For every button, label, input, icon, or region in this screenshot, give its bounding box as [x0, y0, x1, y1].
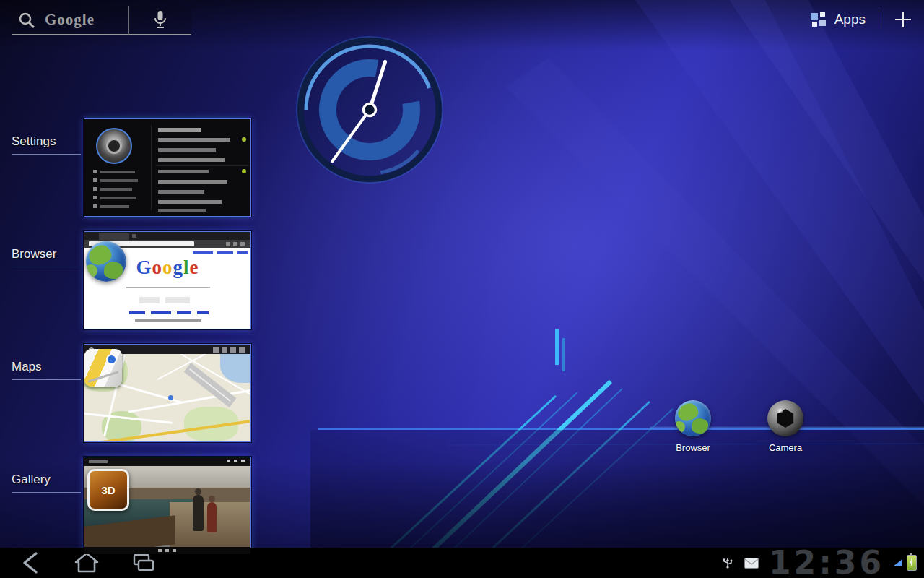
apps-button[interactable]: Apps [810, 11, 866, 28]
apps-grid-icon [810, 11, 827, 28]
google-search-widget: Google [12, 6, 191, 35]
charging-bolt-icon [910, 558, 914, 567]
battery-icon [907, 555, 917, 571]
add-widget-button[interactable] [892, 10, 914, 29]
topbar-right-cluster: Apps [810, 7, 914, 32]
browser-icon [675, 400, 711, 436]
google-logo: Google [45, 11, 95, 29]
gallery-icon-badge: 3D [101, 484, 115, 496]
recent-thumb-maps[interactable] [84, 344, 251, 442]
search-box[interactable]: Google [12, 6, 128, 35]
gallery-bottom-bar [84, 547, 250, 554]
recent-label-settings: Settings [12, 134, 81, 155]
gallery-toolbar [84, 457, 250, 466]
photo-person [193, 495, 204, 531]
signal-icon [893, 559, 902, 566]
usb-debug-icon [721, 556, 734, 569]
honeycomb-home-screen: Google Apps [0, 0, 924, 578]
plus-icon [894, 10, 912, 29]
shortcut-browser-label: Browser [664, 442, 722, 453]
apps-button-label: Apps [834, 12, 866, 27]
clock-center [364, 104, 376, 116]
topbar-divider [879, 10, 879, 29]
shortcut-camera-label: Camera [757, 442, 814, 453]
recent-thumb-settings[interactable] [84, 118, 251, 217]
photo-person [207, 502, 217, 532]
recent-label-maps: Maps [12, 360, 81, 380]
search-icon [17, 11, 36, 30]
back-icon [16, 550, 48, 576]
recent-thumb-gallery[interactable]: 3D [84, 457, 251, 555]
recent-label-gallery: Gallery [12, 473, 81, 493]
browser-app-icon [86, 241, 126, 282]
gallery-app-icon: 3D [87, 469, 129, 511]
wallpaper-floor-shade [310, 430, 924, 548]
browser-tab-bar [84, 232, 250, 240]
microphone-icon [154, 10, 167, 30]
settings-speaker-graphic [96, 128, 132, 164]
back-button[interactable] [16, 550, 48, 576]
shortcut-camera[interactable]: Camera [757, 400, 814, 453]
analog-clock-widget[interactable] [294, 34, 445, 186]
recent-thumb-browser[interactable]: Google [84, 231, 251, 329]
shortcut-browser[interactable]: Browser [664, 400, 722, 453]
statusbar-right: 12:36 [721, 548, 920, 578]
clock-face [294, 34, 445, 186]
status-clock[interactable]: 12:36 [769, 548, 884, 577]
email-notification-icon[interactable] [744, 558, 759, 569]
maps-app-icon [84, 349, 122, 387]
recent-label-browser: Browser [12, 247, 81, 267]
voice-search-button[interactable] [128, 6, 191, 35]
camera-icon [767, 400, 803, 436]
